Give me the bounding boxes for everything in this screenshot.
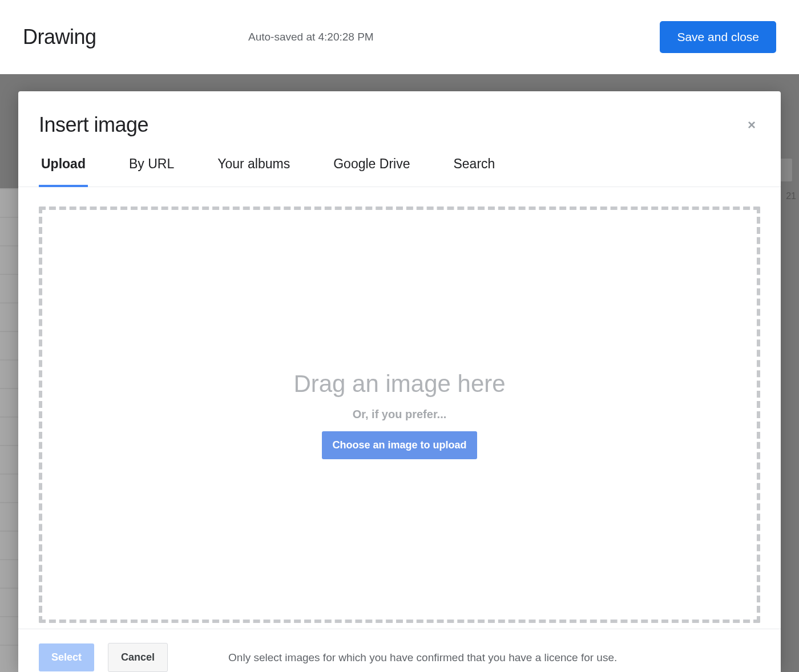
close-icon[interactable]: × (743, 115, 760, 135)
modal-tabs: Upload By URL Your albums Google Drive S… (18, 144, 781, 187)
dropzone-heading: Drag an image here (293, 370, 505, 398)
dropzone-container: Drag an image here Or, if you prefer... … (18, 187, 781, 629)
autosave-status: Auto-saved at 4:20:28 PM (248, 31, 374, 43)
drawing-dialog-header: Drawing Auto-saved at 4:20:28 PM Save an… (0, 0, 799, 74)
ruler-tick-label: 21 (786, 191, 796, 201)
modal-title: Insert image (39, 113, 148, 137)
dropzone-subtext: Or, if you prefer... (353, 408, 447, 421)
tab-your-albums[interactable]: Your albums (217, 156, 290, 187)
modal-header: Insert image × (18, 91, 781, 144)
modal-footer: Select Cancel Only select images for whi… (18, 629, 781, 672)
vertical-ruler (0, 188, 18, 672)
licence-disclaimer: Only select images for which you have co… (228, 651, 617, 664)
upload-dropzone[interactable]: Drag an image here Or, if you prefer... … (39, 207, 760, 623)
cancel-button[interactable]: Cancel (108, 643, 168, 672)
tab-google-drive[interactable]: Google Drive (333, 156, 410, 187)
select-button[interactable]: Select (39, 643, 94, 671)
tab-search[interactable]: Search (453, 156, 495, 187)
drawing-title: Drawing (23, 25, 96, 49)
tab-by-url[interactable]: By URL (129, 156, 174, 187)
insert-image-modal: Insert image × Upload By URL Your albums… (18, 91, 781, 672)
tab-upload[interactable]: Upload (41, 156, 86, 187)
choose-image-button[interactable]: Choose an image to upload (322, 431, 477, 459)
save-and-close-button[interactable]: Save and close (660, 21, 776, 53)
